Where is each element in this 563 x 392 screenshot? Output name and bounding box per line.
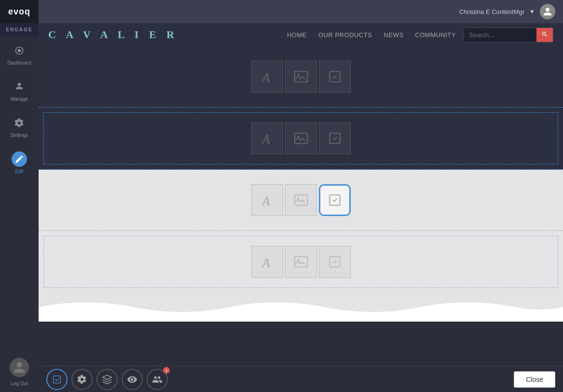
section-3: A [39, 170, 563, 231]
image-icon-1[interactable] [285, 61, 317, 93]
svg-point-12 [297, 197, 299, 199]
topbar-username: Christina E ContentMgr [459, 8, 524, 15]
nav-links: HOME OUR PRODUCTS NEWS COMMUNITY [287, 31, 456, 39]
section-2-outer: A [39, 108, 563, 170]
search-button[interactable] [536, 28, 553, 42]
logout-label[interactable]: Log Out [11, 381, 28, 386]
edit-icon [12, 151, 27, 167]
evoq-logo: evoq [8, 7, 30, 17]
sidebar: evoq ENGAGE Dashboard Manage Settings Ed… [0, 0, 39, 392]
close-button[interactable]: Close [514, 371, 555, 388]
sidebar-item-edit[interactable]: Edit [0, 145, 39, 181]
nav-home[interactable]: HOME [287, 31, 307, 39]
sidebar-item-settings[interactable]: Settings [0, 108, 39, 145]
dashboard-label: Dashboard [8, 60, 31, 66]
nav-news[interactable]: NEWS [384, 31, 403, 39]
toolbar-users-badge-wrapper: 1 [147, 369, 168, 390]
nav-products[interactable]: OUR PRODUCTS [318, 31, 372, 39]
sidebar-user-avatar[interactable] [10, 358, 29, 377]
sidebar-logo: evoq [0, 0, 39, 23]
svg-text:A: A [261, 194, 270, 208]
search-input[interactable] [464, 29, 536, 41]
svg-point-8 [297, 135, 299, 137]
nav-community[interactable]: COMMUNITY [415, 31, 456, 39]
settings-icon [12, 115, 27, 131]
website-logo: C A V A L I E R [48, 28, 178, 41]
page-content: A A [39, 46, 563, 366]
text-icon-2[interactable]: A [251, 122, 283, 154]
module-icon-3-selected[interactable] [319, 184, 351, 216]
topbar-dropdown-arrow[interactable]: ▼ [529, 8, 535, 15]
module-icon-2[interactable] [319, 122, 351, 154]
edit-label: Edit [15, 169, 23, 174]
section-2-inner: A [43, 112, 558, 164]
text-icon-4[interactable]: A [251, 246, 283, 278]
svg-point-1 [18, 49, 21, 53]
section-4-outer: A [39, 231, 563, 293]
wave-divider [39, 293, 563, 322]
text-icon-1[interactable]: A [251, 61, 283, 93]
section-2-icon-row: A [251, 122, 351, 154]
manage-icon [12, 79, 27, 95]
topbar-avatar[interactable] [540, 4, 555, 19]
module-icon-4[interactable] [319, 246, 351, 278]
settings-label: Settings [11, 133, 28, 138]
users-badge-count: 1 [163, 367, 170, 374]
main-content: Christina E ContentMgr ▼ C A V A L I E R… [39, 0, 563, 392]
svg-rect-18 [54, 376, 61, 383]
section-1-icon-row: A [251, 61, 351, 93]
svg-point-4 [297, 74, 299, 76]
search-bar [464, 27, 553, 42]
manage-label: Manage [11, 96, 28, 102]
section-3-icon-row: A [251, 184, 351, 216]
sidebar-item-dashboard[interactable]: Dashboard [0, 36, 39, 72]
engage-label: ENGAGE [0, 23, 39, 36]
website-navbar: C A V A L I E R HOME OUR PRODUCTS NEWS C… [39, 23, 563, 46]
svg-text:A: A [261, 256, 270, 270]
svg-text:A: A [261, 132, 270, 146]
image-icon-3[interactable] [285, 184, 317, 216]
toolbar-module-button[interactable] [46, 369, 68, 390]
section-4-icon-row: A [251, 246, 351, 278]
dashboard-icon [12, 43, 27, 58]
svg-text:A: A [261, 70, 270, 84]
module-icon-1[interactable] [319, 61, 351, 93]
svg-point-16 [297, 259, 299, 261]
topbar: Christina E ContentMgr ▼ [39, 0, 563, 23]
toolbar-layers-button[interactable] [96, 369, 118, 390]
image-icon-4[interactable] [285, 246, 317, 278]
toolbar-preview-button[interactable] [122, 369, 143, 390]
toolbar-settings-button[interactable] [71, 369, 93, 390]
sidebar-item-manage[interactable]: Manage [0, 72, 39, 108]
section-4-inner: A [43, 236, 558, 288]
image-icon-2[interactable] [285, 122, 317, 154]
bottom-toolbar: 1 Close [39, 366, 563, 392]
text-icon-3[interactable]: A [251, 184, 283, 216]
section-1: A [39, 46, 563, 108]
